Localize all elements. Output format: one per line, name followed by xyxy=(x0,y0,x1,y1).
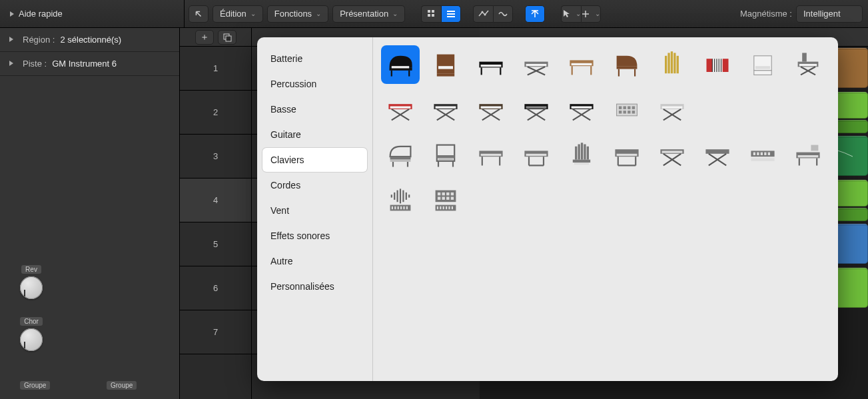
track-number[interactable]: 6 xyxy=(180,266,251,310)
svg-rect-78 xyxy=(617,104,638,116)
group-b-label[interactable]: Groupe xyxy=(107,381,137,390)
svg-rect-115 xyxy=(617,154,638,156)
mellotron-icon[interactable] xyxy=(743,45,782,84)
svg-rect-155 xyxy=(446,197,449,200)
region-disclosure[interactable] xyxy=(8,35,17,45)
pointer-tool[interactable]: ⌄ xyxy=(561,5,581,23)
category-item[interactable]: Basse xyxy=(262,97,367,121)
workstation-line-icon[interactable] xyxy=(789,136,827,175)
svg-rect-55 xyxy=(707,59,713,72)
svg-rect-47 xyxy=(617,66,638,69)
category-item[interactable]: Claviers xyxy=(262,148,367,172)
knob-rev[interactable] xyxy=(20,276,43,299)
chevron-down-icon: ⌄ xyxy=(392,10,398,17)
svg-rect-2 xyxy=(428,14,430,17)
svg-rect-56 xyxy=(723,59,729,72)
svg-rect-49 xyxy=(634,69,636,77)
category-item[interactable]: Autre xyxy=(262,249,367,273)
svg-rect-103 xyxy=(526,154,547,156)
flex-button[interactable] xyxy=(493,5,513,23)
edit-menu[interactable]: Édition⌄ xyxy=(213,5,263,23)
category-label: Basse xyxy=(270,104,296,115)
snap-mode-select[interactable]: Intelligent xyxy=(796,5,863,23)
functions-menu[interactable]: Fonctions⌄ xyxy=(267,5,328,23)
category-item[interactable]: Vent xyxy=(262,199,367,222)
track-number[interactable]: 5 xyxy=(180,222,251,266)
rhodes-icon[interactable] xyxy=(562,45,601,84)
grand-piano-icon[interactable] xyxy=(381,45,420,84)
upright-line-icon[interactable] xyxy=(426,136,465,175)
presentation-menu[interactable]: Présentation⌄ xyxy=(332,5,405,23)
synth-stand-icon[interactable] xyxy=(653,91,691,129)
category-item[interactable]: Guitare xyxy=(262,123,367,147)
svg-rect-86 xyxy=(632,111,635,113)
svg-point-7 xyxy=(481,11,483,13)
rack-synth-line-icon[interactable] xyxy=(743,136,782,175)
synth-stand-icon[interactable] xyxy=(472,91,510,129)
combo-organ-line-icon[interactable] xyxy=(608,136,646,175)
svg-rect-162 xyxy=(448,206,450,209)
drum-machine-icon[interactable] xyxy=(608,91,646,129)
view-list-button[interactable] xyxy=(441,5,461,23)
group-a-label[interactable]: Groupe xyxy=(20,381,50,390)
svg-rect-38 xyxy=(481,65,502,67)
ep-line-icon[interactable] xyxy=(472,136,510,175)
red-synth-stand-icon[interactable] xyxy=(381,91,420,129)
synth-stand-icon[interactable] xyxy=(562,91,601,129)
track-number[interactable]: 3 xyxy=(180,135,251,179)
svg-rect-33 xyxy=(392,66,409,68)
track-number[interactable]: 7 xyxy=(180,310,251,354)
category-label: Claviers xyxy=(270,155,304,165)
svg-rect-73 xyxy=(481,107,502,109)
track-number[interactable]: 4 xyxy=(180,179,251,222)
x-stand-line-icon[interactable] xyxy=(653,136,691,175)
svg-rect-120 xyxy=(662,151,683,153)
knob-chor[interactable] xyxy=(20,328,43,351)
track-disclosure[interactable] xyxy=(8,59,17,69)
alt-tool[interactable]: ⌄ xyxy=(581,5,601,23)
category-label: Guitare xyxy=(270,129,301,140)
category-item[interactable]: Batterie xyxy=(262,47,367,71)
clav-line-icon[interactable] xyxy=(517,136,556,175)
pipe-organ-icon[interactable] xyxy=(653,45,691,84)
svg-rect-95 xyxy=(438,158,453,160)
track-number[interactable]: 2 xyxy=(180,91,251,135)
automation-button[interactable] xyxy=(473,5,493,23)
module-line-icon[interactable] xyxy=(426,181,465,220)
svg-point-8 xyxy=(484,13,486,15)
svg-rect-75 xyxy=(526,107,547,109)
quick-help-disclosure[interactable] xyxy=(5,7,19,21)
add-track-button[interactable]: ＋ xyxy=(195,30,214,45)
back-button[interactable] xyxy=(189,5,209,23)
synth-stand-icon[interactable] xyxy=(517,91,556,129)
organ-line-icon[interactable] xyxy=(562,136,601,175)
svg-rect-35 xyxy=(438,66,453,69)
track-number-label: 2 xyxy=(213,107,218,117)
track-number[interactable]: 1 xyxy=(180,47,251,91)
catch-button[interactable] xyxy=(525,5,545,23)
electric-piano-icon[interactable] xyxy=(472,45,510,84)
category-item[interactable]: Cordes xyxy=(262,173,367,197)
duplicate-track-button[interactable] xyxy=(218,30,236,45)
svg-rect-158 xyxy=(437,206,438,209)
x-stand-line-icon[interactable] xyxy=(698,136,737,175)
svg-rect-90 xyxy=(390,160,411,162)
svg-rect-124 xyxy=(757,153,759,155)
svg-rect-48 xyxy=(618,69,620,77)
sampler-wave-line-icon[interactable] xyxy=(381,181,420,220)
accordion-icon[interactable] xyxy=(698,45,737,84)
svg-rect-85 xyxy=(628,111,630,113)
category-item[interactable]: Personnalisées xyxy=(262,274,367,298)
view-grid-button[interactable] xyxy=(421,5,441,23)
svg-rect-40 xyxy=(500,67,501,75)
clavinet-icon[interactable] xyxy=(517,45,556,84)
keytar-icon[interactable] xyxy=(789,45,827,84)
category-item[interactable]: Percussion xyxy=(262,72,367,96)
svg-rect-36 xyxy=(437,73,454,76)
grand-piano-line-icon[interactable] xyxy=(381,136,420,175)
synth-stand-icon[interactable] xyxy=(426,91,465,129)
harpsichord-icon[interactable] xyxy=(608,45,646,84)
category-item[interactable]: Effets sonores xyxy=(262,224,367,248)
upright-piano-icon[interactable] xyxy=(426,45,465,84)
region-label: Région : xyxy=(23,35,55,45)
